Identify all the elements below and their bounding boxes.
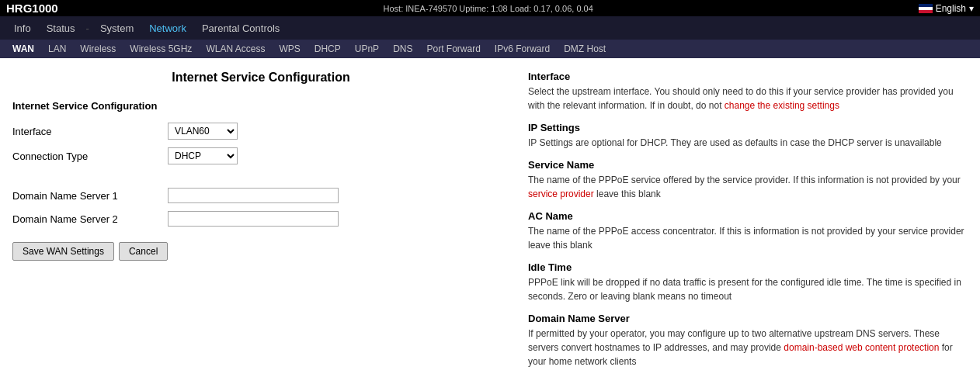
subnav-wireless5ghz[interactable]: Wireless 5GHz	[123, 41, 198, 57]
subnav-wireless[interactable]: Wireless	[74, 41, 122, 57]
page-title: Internet Service Configuration	[12, 71, 509, 85]
nav-bar: Info Status - System Network Parental Co…	[0, 16, 980, 40]
help-service-name: Service Name The name of the PPPoE servi…	[528, 159, 968, 201]
brand-logo: HRG1000	[6, 2, 58, 15]
save-wan-button[interactable]: Save WAN Settings	[12, 242, 114, 261]
subnav-port-forward[interactable]: Port Forward	[420, 41, 486, 57]
help-ac-name-title: AC Name	[528, 210, 968, 222]
dns1-input[interactable]	[168, 188, 339, 203]
help-idle-time: Idle Time PPPoE link will be dropped if …	[528, 261, 968, 303]
dns1-row: Domain Name Server 1	[12, 188, 509, 203]
nav-separator: -	[83, 22, 92, 34]
top-bar: HRG1000 Host: INEA-749570 Uptime: 1:08 L…	[0, 0, 980, 16]
flag-icon	[919, 4, 933, 13]
subnav-dns[interactable]: DNS	[387, 41, 419, 57]
language-label: English	[936, 3, 966, 14]
subnav-lan[interactable]: LAN	[42, 41, 72, 57]
subnav-wan[interactable]: WAN	[6, 41, 40, 57]
subnav-upnp[interactable]: UPnP	[349, 41, 385, 57]
help-dns-title: Domain Name Server	[528, 313, 968, 324]
interface-label: Interface	[12, 126, 168, 137]
dns1-label: Domain Name Server 1	[12, 190, 168, 202]
left-panel: Internet Service Configuration Internet …	[12, 71, 509, 378]
nav-status[interactable]: Status	[39, 18, 83, 39]
help-idle-time-title: Idle Time	[528, 261, 968, 273]
help-ip-settings-title: IP Settings	[528, 122, 968, 133]
nav-info[interactable]: Info	[6, 18, 39, 39]
subnav-ipv6-forward[interactable]: IPv6 Forward	[488, 41, 556, 57]
nav-system[interactable]: System	[92, 18, 141, 39]
help-dns-text: If permitted by your operator, you may c…	[528, 327, 968, 369]
host-info: Host: INEA-749570 Uptime: 1:08 Load: 0.1…	[384, 4, 593, 13]
main-content: Internet Service Configuration Internet …	[0, 58, 980, 390]
help-dns: Domain Name Server If permitted by your …	[528, 313, 968, 369]
cancel-button[interactable]: Cancel	[119, 242, 168, 261]
help-ac-name-text: The name of the PPPoE access concentrato…	[528, 224, 968, 252]
dns2-input[interactable]	[168, 211, 339, 227]
subnav-dhcp[interactable]: DHCP	[308, 41, 347, 57]
connection-type-row: Connection Type DHCP PPPoE Static	[12, 147, 509, 164]
right-panel: Interface Select the upstream interface.…	[528, 71, 968, 378]
help-interface-text: Select the upstream interface. You shoul…	[528, 85, 968, 112]
section-title: Internet Service Configuration	[12, 100, 509, 112]
dns2-label: Domain Name Server 2	[12, 213, 168, 225]
dns2-row: Domain Name Server 2	[12, 211, 509, 227]
help-interface: Interface Select the upstream interface.…	[528, 71, 968, 112]
nav-parental-controls[interactable]: Parental Controls	[194, 18, 287, 39]
connection-type-select[interactable]: DHCP PPPoE Static	[168, 147, 238, 164]
button-row: Save WAN Settings Cancel	[12, 242, 509, 261]
interface-row: Interface VLAN60	[12, 123, 509, 140]
help-ip-settings-text: IP Settings are optional for DHCP. They …	[528, 136, 968, 150]
help-service-name-title: Service Name	[528, 159, 968, 171]
nav-network[interactable]: Network	[141, 18, 194, 39]
form-spacer	[12, 172, 509, 188]
help-interface-title: Interface	[528, 71, 968, 82]
help-ip-settings: IP Settings IP Settings are optional for…	[528, 122, 968, 150]
help-service-name-text: The name of the PPPoE service offered by…	[528, 173, 968, 201]
subnav-dmz-host[interactable]: DMZ Host	[558, 41, 612, 57]
help-idle-time-text: PPPoE link will be dropped if no data tr…	[528, 275, 968, 303]
sub-nav: WAN LAN Wireless Wireless 5GHz WLAN Acce…	[0, 40, 980, 58]
language-selector[interactable]: English ▾	[919, 3, 974, 14]
subnav-wps[interactable]: WPS	[273, 41, 306, 57]
lang-dropdown-icon[interactable]: ▾	[969, 3, 974, 14]
subnav-wlan-access[interactable]: WLAN Access	[200, 41, 271, 57]
help-ac-name: AC Name The name of the PPPoE access con…	[528, 210, 968, 252]
connection-type-label: Connection Type	[12, 151, 168, 162]
interface-select[interactable]: VLAN60	[168, 123, 238, 140]
